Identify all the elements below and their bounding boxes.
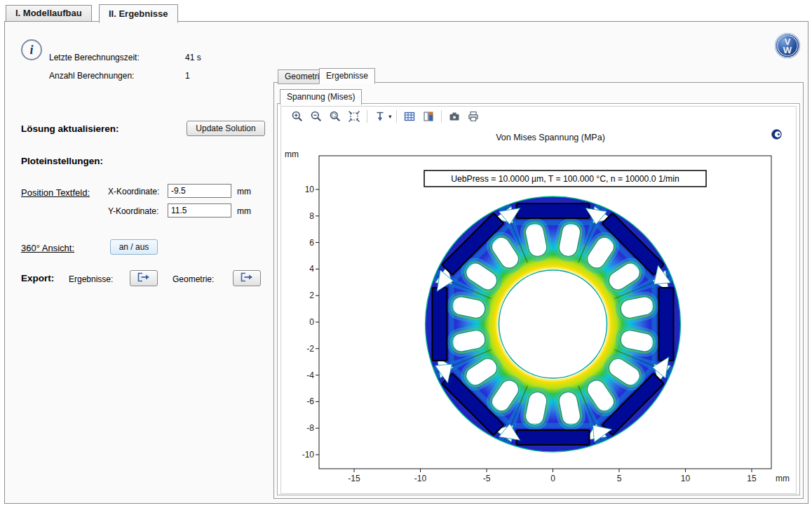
vw-logo: V W (774, 32, 801, 59)
export-geometry-label: Geometrie: (172, 274, 214, 284)
rotor-cross-section (426, 196, 681, 452)
plot-toolbar: ▾ (289, 108, 482, 125)
zoom-selection-icon[interactable] (327, 108, 344, 125)
export-heading: Export: (21, 273, 54, 283)
svg-text:15: 15 (747, 474, 757, 483)
last-computation-value: 41 s (185, 53, 201, 62)
toolbar-separator (441, 110, 442, 123)
zoom-extents-icon[interactable] (346, 108, 363, 125)
image-snapshot-icon[interactable] (446, 108, 463, 125)
x-unit-label: mm (237, 187, 251, 196)
svg-text:4: 4 (309, 264, 314, 274)
svg-text:-2: -2 (306, 344, 314, 354)
svg-text:8: 8 (309, 211, 314, 221)
plot-settings-heading: Ploteinstellungen: (21, 156, 103, 166)
svg-text:-10: -10 (302, 450, 315, 460)
tab-spannung-mises[interactable]: Spannung (Mises) (280, 89, 362, 105)
update-solution-button[interactable]: Update Solution (187, 121, 265, 136)
stress-plot-canvas[interactable]: -15 -10 -5 0 5 10 15 mm 10 8 6 4 2 0 -2 … (295, 151, 792, 493)
last-computation-label: Letzte Berechnungszeit: (49, 53, 140, 62)
x-coordinate-input[interactable] (168, 184, 231, 198)
annotation-text: UebPress = 10.0000 µm, T = 100.000 °C, n… (451, 174, 679, 184)
view-orientation-dropdown-icon[interactable]: ▾ (388, 113, 392, 120)
export-icon (137, 272, 151, 282)
plot-title: Von Mises Spannung (MPa) (323, 133, 778, 142)
x-tick-labels: -15 -10 -5 0 5 10 15 mm (348, 474, 790, 483)
tab-ergebnisse[interactable]: II. Ergebnisse (99, 4, 178, 23)
svg-text:0: 0 (309, 317, 314, 327)
y-coordinate-input[interactable] (168, 203, 231, 218)
y-coordinate-label: Y-Koordinate: (108, 206, 158, 216)
export-results-button[interactable] (130, 270, 158, 286)
export-results-label: Ergebnisse: (69, 274, 113, 284)
color-legend-toggle-icon[interactable] (420, 108, 437, 125)
x-axis-unit: mm (776, 474, 790, 483)
svg-text:-15: -15 (348, 474, 360, 483)
view-360-toggle-button[interactable]: an / aus (110, 239, 158, 255)
svg-text:-10: -10 (414, 474, 427, 483)
y-axis-unit: mm (285, 149, 299, 159)
svg-text:6: 6 (309, 238, 314, 248)
print-icon[interactable] (465, 108, 482, 125)
svg-text:-6: -6 (306, 396, 314, 406)
comsol-logo-icon[interactable] (771, 128, 783, 140)
svg-text:-4: -4 (306, 370, 314, 380)
export-geometry-button[interactable] (233, 270, 261, 286)
svg-text:10: 10 (681, 474, 691, 483)
toolbar-separator (367, 110, 367, 123)
tab-ergebnisse-plot[interactable]: Ergebnisse (319, 68, 375, 84)
svg-text:-8: -8 (306, 423, 314, 433)
y-tick-labels: 10 8 6 4 2 0 -2 -4 -6 -8 -10 (302, 185, 315, 460)
y-unit-label: mm (237, 206, 251, 216)
plot-annotation: UebPress = 10.0000 µm, T = 100.000 °C, n… (424, 171, 706, 187)
plot-grid-icon[interactable] (401, 108, 418, 125)
toolbar-separator (396, 110, 397, 123)
svg-text:2: 2 (309, 290, 314, 300)
export-icon (240, 272, 254, 282)
computation-count-value: 1 (185, 71, 190, 81)
tab-modellaufbau[interactable]: I. Modellaufbau (6, 5, 92, 22)
info-icon: i (21, 39, 42, 60)
update-solution-label: Lösung aktualisieren: (21, 123, 119, 134)
view-360-label: 360° Ansicht: (21, 243, 74, 253)
position-textfield-label: Position Textfeld: (21, 187, 90, 198)
svg-text:10: 10 (305, 185, 315, 194)
svg-text:5: 5 (617, 474, 622, 483)
view-orientation-icon[interactable] (372, 108, 388, 125)
zoom-in-icon[interactable] (289, 108, 306, 125)
x-coordinate-label: X-Koordinate: (108, 187, 159, 196)
computation-count-label: Anzahl Berechnungen: (49, 71, 134, 81)
svg-text:-5: -5 (483, 474, 491, 483)
zoom-out-icon[interactable] (308, 108, 325, 125)
svg-text:W: W (783, 45, 792, 55)
svg-text:0: 0 (550, 474, 555, 483)
app-window: I. Modellaufbau II. Ergebnisse i Letzte … (0, 0, 812, 508)
